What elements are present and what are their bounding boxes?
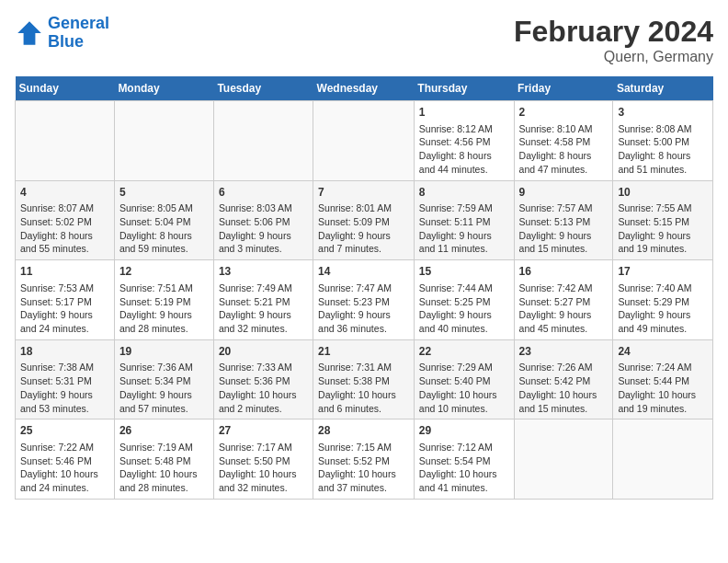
day-info: Sunset: 5:31 PM (20, 374, 109, 388)
day-info: and 45 minutes. (519, 322, 609, 336)
day-info: Sunrise: 7:29 AM (419, 361, 509, 374)
day-number: 18 (20, 344, 109, 360)
day-info: Daylight: 9 hours (519, 308, 609, 322)
day-info: Daylight: 10 hours (119, 467, 209, 481)
day-number: 6 (219, 185, 308, 201)
day-info: Sunrise: 8:07 AM (20, 201, 109, 215)
header-cell-tuesday: Tuesday (213, 76, 313, 101)
day-info: Sunset: 5:52 PM (318, 454, 409, 468)
calendar-week-4: 18Sunrise: 7:38 AMSunset: 5:31 PMDayligh… (16, 339, 713, 419)
day-info: Sunrise: 8:01 AM (318, 201, 409, 215)
day-info: Sunrise: 7:33 AM (219, 361, 308, 374)
calendar-week-3: 11Sunrise: 7:53 AMSunset: 5:17 PMDayligh… (16, 260, 713, 340)
day-info: Sunset: 5:09 PM (318, 215, 409, 229)
day-info: Sunset: 5:23 PM (318, 295, 409, 309)
day-info: Daylight: 10 hours (219, 467, 308, 481)
calendar-cell (514, 419, 613, 500)
calendar-cell: 27Sunrise: 7:17 AMSunset: 5:50 PMDayligh… (213, 419, 313, 500)
calendar-subtitle: Quern, Germany (514, 49, 713, 65)
day-number: 17 (618, 264, 708, 280)
day-info: and 11 minutes. (419, 242, 509, 256)
day-info: and 41 minutes. (419, 481, 509, 495)
day-info: Daylight: 10 hours (519, 388, 609, 402)
calendar-header: SundayMondayTuesdayWednesdayThursdayFrid… (16, 76, 713, 101)
day-info: Sunset: 5:00 PM (618, 135, 708, 149)
day-info: Daylight: 10 hours (318, 467, 409, 481)
calendar-week-5: 25Sunrise: 7:22 AMSunset: 5:46 PMDayligh… (16, 419, 713, 500)
day-number: 14 (318, 264, 409, 280)
calendar-cell: 18Sunrise: 7:38 AMSunset: 5:31 PMDayligh… (16, 339, 115, 419)
day-info: Daylight: 8 hours (20, 229, 109, 243)
calendar-cell: 5Sunrise: 8:05 AMSunset: 5:04 PMDaylight… (114, 180, 213, 260)
day-info: Sunset: 5:06 PM (219, 215, 308, 229)
calendar-cell: 17Sunrise: 7:40 AMSunset: 5:29 PMDayligh… (613, 260, 713, 340)
day-info: and 19 minutes. (618, 242, 708, 256)
calendar-title: February 2024 (514, 15, 713, 49)
day-number: 27 (219, 423, 308, 439)
day-info: Sunrise: 7:42 AM (519, 282, 609, 295)
calendar-cell: 25Sunrise: 7:22 AMSunset: 5:46 PMDayligh… (16, 419, 115, 500)
day-info: Sunrise: 7:15 AM (318, 441, 409, 454)
calendar-cell: 16Sunrise: 7:42 AMSunset: 5:27 PMDayligh… (514, 260, 613, 340)
day-info: Sunrise: 8:10 AM (519, 122, 609, 136)
day-info: and 6 minutes. (318, 402, 409, 416)
day-info: Daylight: 9 hours (419, 308, 509, 322)
day-info: Sunrise: 7:59 AM (419, 201, 509, 215)
day-info: and 10 minutes. (419, 402, 509, 416)
day-info: and 28 minutes. (119, 481, 209, 495)
day-info: Daylight: 8 hours (419, 149, 509, 163)
title-block: February 2024 Quern, Germany (514, 15, 713, 65)
calendar-cell: 1Sunrise: 8:12 AMSunset: 4:56 PMDaylight… (414, 101, 514, 181)
day-info: Daylight: 9 hours (318, 308, 409, 322)
calendar-cell: 13Sunrise: 7:49 AMSunset: 5:21 PMDayligh… (213, 260, 313, 340)
day-info: Sunrise: 7:31 AM (318, 361, 409, 374)
day-info: Sunrise: 7:55 AM (618, 201, 708, 215)
day-info: Sunset: 4:58 PM (519, 135, 609, 149)
day-info: Daylight: 8 hours (119, 229, 209, 243)
day-number: 15 (419, 264, 509, 280)
day-info: Daylight: 9 hours (219, 308, 308, 322)
day-number: 10 (618, 185, 708, 201)
day-info: and 59 minutes. (119, 242, 209, 256)
day-info: Daylight: 10 hours (219, 388, 308, 402)
day-info: and 24 minutes. (20, 481, 109, 495)
header-cell-wednesday: Wednesday (313, 76, 415, 101)
day-info: Sunset: 5:54 PM (419, 454, 509, 468)
day-info: Sunset: 5:02 PM (20, 215, 109, 229)
calendar-cell: 4Sunrise: 8:07 AMSunset: 5:02 PMDaylight… (16, 180, 115, 260)
day-info: Sunrise: 7:38 AM (20, 361, 109, 374)
day-number: 20 (219, 344, 308, 360)
day-number: 7 (318, 185, 409, 201)
header-cell-monday: Monday (114, 76, 213, 101)
day-info: Sunset: 5:50 PM (219, 454, 308, 468)
calendar-cell: 14Sunrise: 7:47 AMSunset: 5:23 PMDayligh… (313, 260, 415, 340)
day-info: and 24 minutes. (20, 322, 109, 336)
day-info: and 57 minutes. (119, 402, 209, 416)
day-info: and 28 minutes. (119, 322, 209, 336)
day-info: Sunrise: 8:08 AM (618, 122, 708, 136)
day-info: and 49 minutes. (618, 322, 708, 336)
day-info: Daylight: 9 hours (119, 308, 209, 322)
day-info: Sunrise: 7:57 AM (519, 201, 609, 215)
day-number: 1 (419, 105, 509, 121)
day-info: and 53 minutes. (20, 402, 109, 416)
calendar-cell: 7Sunrise: 8:01 AMSunset: 5:09 PMDaylight… (313, 180, 415, 260)
day-info: Sunset: 5:04 PM (119, 215, 209, 229)
day-info: Sunrise: 7:22 AM (20, 441, 109, 454)
day-info: Sunset: 5:36 PM (219, 374, 308, 388)
day-info: Sunrise: 7:17 AM (219, 441, 308, 454)
day-number: 2 (519, 105, 609, 121)
header-cell-sunday: Sunday (16, 76, 115, 101)
day-info: Daylight: 9 hours (519, 229, 609, 243)
logo-text: General Blue (48, 15, 109, 52)
header-cell-thursday: Thursday (414, 76, 514, 101)
calendar-cell (16, 101, 115, 181)
day-info: Sunrise: 7:26 AM (519, 361, 609, 374)
calendar-cell: 12Sunrise: 7:51 AMSunset: 5:19 PMDayligh… (114, 260, 213, 340)
day-info: Sunrise: 8:12 AM (419, 122, 509, 136)
day-number: 8 (419, 185, 509, 201)
day-number: 23 (519, 344, 609, 360)
logo: General Blue (15, 15, 109, 52)
day-info: Sunset: 5:38 PM (318, 374, 409, 388)
day-info: Daylight: 10 hours (419, 388, 509, 402)
